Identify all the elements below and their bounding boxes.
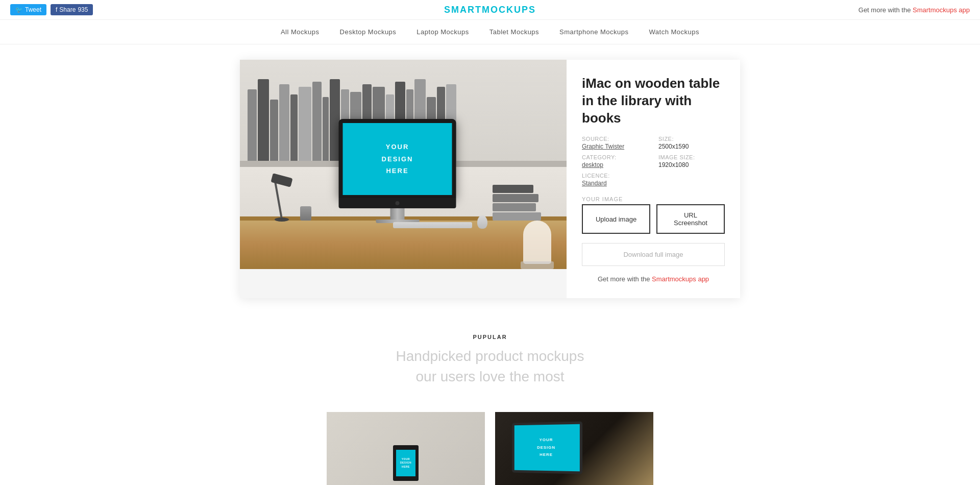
product-grid: YOURDESIGNHERE YOURDESIGNHERE [0, 397, 980, 485]
source-label: SOURCE: [582, 136, 648, 142]
upload-image-button[interactable]: Upload image [582, 204, 650, 234]
product-card-2-tablet: YOURDESIGNHERE [512, 421, 582, 474]
book [258, 79, 269, 161]
meta-licence: LICENCE: Standard [582, 173, 648, 187]
mockup-meta: SOURCE: Graphic Twister SIZE: 2500x1590 … [582, 136, 725, 187]
tweet-button[interactable]: 🐦 Tweet [10, 4, 46, 15]
pen-holder [300, 206, 311, 221]
mockup-title: iMac on wooden table in the library with… [582, 75, 725, 127]
lamp-base [275, 217, 289, 222]
social-buttons: 🐦 Tweet f Share 935 [10, 4, 93, 15]
licence-value: Standard [582, 180, 648, 187]
book [299, 87, 311, 161]
chair-back [523, 221, 551, 264]
licence-label: LICENCE: [582, 173, 648, 179]
get-more-section: Get more with the Smartmockups app [582, 275, 725, 283]
imac: YOUR DESIGN HERE [339, 119, 456, 223]
product-card-1-bg: YOURDESIGNHERE [327, 412, 485, 485]
imac-camera [396, 201, 400, 205]
nav-item-tablet[interactable]: Tablet Mockups [489, 28, 539, 36]
source-value: Graphic Twister [582, 143, 648, 150]
nav-item-laptop[interactable]: Laptop Mockups [416, 28, 469, 36]
product-card-1[interactable]: YOURDESIGNHERE [327, 412, 485, 485]
promo-link[interactable]: Smartmockups app [913, 6, 970, 14]
popular-title: Handpicked product mockups our users lov… [10, 346, 970, 386]
brand-center: SMARTMOCKUPS [444, 5, 536, 15]
category-value: desktop [582, 161, 648, 168]
licence-link[interactable]: Standard [582, 180, 607, 187]
product-card-2-bg: YOURDESIGNHERE [495, 412, 653, 485]
source-link[interactable]: Graphic Twister [582, 143, 624, 150]
top-bar: 🐦 Tweet f Share 935 SMARTMOCKUPS Get mor… [0, 0, 980, 20]
info-panel: iMac on wooden table in the library with… [567, 60, 740, 298]
lamp [281, 173, 283, 219]
share-count: 935 [78, 6, 88, 13]
size-label: SIZE: [658, 136, 725, 142]
chair [516, 192, 556, 269]
popular-label: PUPULAR [10, 334, 970, 340]
imac-keyboard [393, 222, 472, 228]
category-link[interactable]: desktop [582, 161, 603, 168]
image-size-label: IMAGE SIZE: [658, 154, 725, 160]
book [312, 82, 322, 161]
book [323, 97, 329, 161]
desk-book-1 [493, 185, 533, 193]
promo-static: Get more with the [859, 6, 913, 14]
imac-chin [339, 198, 456, 208]
nav-item-watch[interactable]: Watch Mockups [649, 28, 700, 36]
meta-source: SOURCE: Graphic Twister [582, 136, 648, 150]
your-image-section: YOUR IMAGE Upload image URL Screenshot [582, 196, 725, 234]
room-scene: YOUR DESIGN HERE [240, 60, 567, 269]
main-navigation: All Mockups Desktop Mockups Laptop Mocku… [0, 20, 980, 44]
facebook-icon: f [56, 6, 57, 13]
url-screenshot-button[interactable]: URL Screenshot [656, 204, 725, 234]
your-image-label: YOUR IMAGE [582, 196, 725, 202]
nav-item-smartphone[interactable]: Smartphone Mockups [559, 28, 628, 36]
popular-title-line1: Handpicked product mockups [10, 346, 970, 366]
product-card-1-screen: YOURDESIGNHERE [396, 450, 415, 476]
image-size-value: 1920x1080 [658, 161, 725, 168]
mockup-image-area: YOUR DESIGN HERE [240, 60, 567, 298]
get-more-static: Get more with the [598, 275, 652, 283]
nav-item-desktop[interactable]: Desktop Mockups [340, 28, 397, 36]
brand-name: SMARTMOCKUPS [444, 5, 536, 15]
mockup-card: YOUR DESIGN HERE [240, 60, 740, 298]
book [279, 84, 289, 161]
imac-screen: YOUR DESIGN HERE [343, 123, 452, 195]
book [248, 89, 257, 161]
popular-section: PUPULAR Handpicked product mockups our u… [0, 313, 980, 396]
imac-stand-neck [390, 208, 405, 220]
meta-image-size: IMAGE SIZE: 1920x1080 [658, 154, 725, 168]
product-card-2-screen: YOURDESIGNHERE [514, 424, 580, 471]
meta-size: SIZE: 2500x1590 [658, 136, 725, 150]
nav-item-all[interactable]: All Mockups [281, 28, 320, 36]
popular-title-line2: our users love the most [10, 367, 970, 386]
promo-text: Get more with the Smartmockups app [859, 6, 970, 14]
screen-text-2: DESIGN [382, 153, 413, 165]
twitter-icon: 🐦 [15, 6, 23, 13]
share-label: Share [59, 6, 76, 13]
chair-seat [521, 261, 554, 269]
meta-category: CATEGORY: desktop [582, 154, 648, 168]
screen-text-3: HERE [386, 165, 408, 177]
category-label: CATEGORY: [582, 154, 648, 160]
book [290, 94, 298, 161]
tweet-label: Tweet [25, 6, 41, 13]
product-card-2[interactable]: YOURDESIGNHERE [495, 412, 653, 485]
size-value: 2500x1590 [658, 143, 725, 150]
imac-mouse [477, 215, 487, 229]
main-content: YOUR DESIGN HERE [0, 44, 980, 313]
product-card-1-device: YOURDESIGNHERE [393, 445, 419, 481]
book [270, 100, 278, 161]
screen-text-1: YOUR [386, 141, 409, 153]
download-button[interactable]: Download full image [582, 243, 725, 266]
imac-bezel: YOUR DESIGN HERE [339, 119, 456, 198]
share-button[interactable]: f Share 935 [51, 4, 93, 15]
action-buttons: Upload image URL Screenshot [582, 204, 725, 234]
get-more-link[interactable]: Smartmockups app [652, 275, 709, 283]
